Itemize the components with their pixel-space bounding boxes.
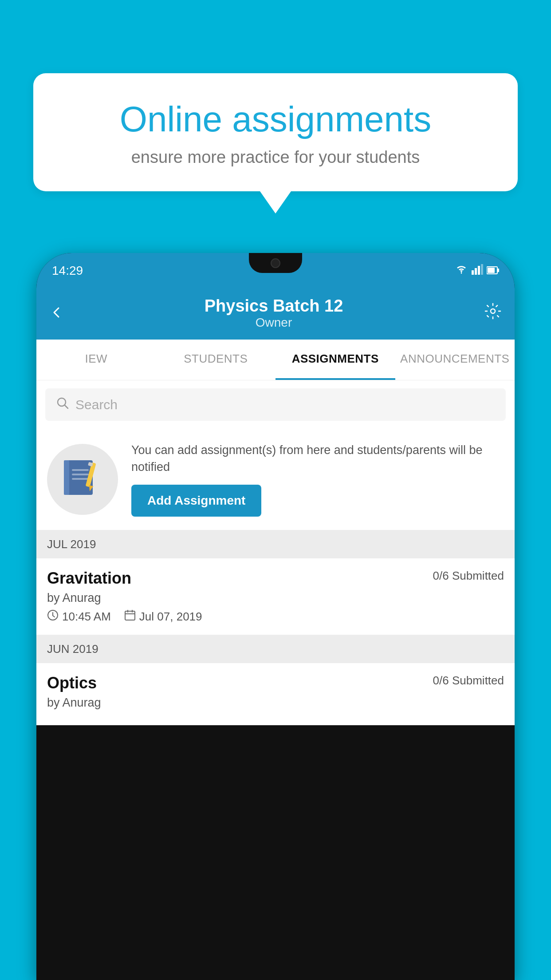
assignment-item-top-optics: Optics 0/6 Submitted (47, 674, 504, 692)
back-button[interactable] (50, 303, 63, 323)
add-assignment-info: You can add assignment(s) from here and … (131, 442, 504, 476)
assignment-name-gravitation: Gravitation (47, 569, 131, 588)
phone-notch (249, 253, 302, 273)
search-bar[interactable]: Search (45, 388, 506, 421)
battery-icon (487, 264, 499, 278)
svg-point-8 (491, 309, 495, 313)
tabs-container: IEW STUDENTS ASSIGNMENTS ANNOUNCEMENTS (36, 340, 515, 380)
clock-icon (47, 609, 59, 624)
section-header-jul: JUL 2019 (36, 530, 515, 558)
svg-rect-11 (64, 460, 69, 495)
search-placeholder: Search (75, 397, 118, 412)
header-title-area: Physics Batch 12 Owner (205, 296, 343, 330)
calendar-icon (124, 609, 136, 624)
status-time: 14:29 (52, 264, 83, 278)
svg-rect-7 (498, 269, 499, 272)
assignment-time-value: 10:45 AM (62, 610, 111, 624)
wifi-icon (455, 264, 468, 278)
tab-students[interactable]: STUDENTS (156, 340, 276, 380)
tab-announcements[interactable]: ANNOUNCEMENTS (395, 340, 515, 380)
speech-bubble-arrow (260, 191, 291, 213)
status-icons (455, 264, 499, 278)
phone-frame: 14:29 (36, 253, 515, 980)
svg-rect-2 (475, 268, 477, 275)
assignment-item-optics[interactable]: Optics 0/6 Submitted by Anurag (36, 663, 515, 725)
add-assignment-right: You can add assignment(s) from here and … (131, 442, 504, 517)
svg-rect-6 (488, 268, 495, 273)
status-bar: 14:29 (36, 253, 515, 288)
assignment-item-gravitation[interactable]: Gravitation 0/6 Submitted by Anurag 10:4… (36, 558, 515, 635)
svg-rect-3 (478, 266, 480, 275)
svg-rect-13 (72, 474, 89, 475)
tab-assignments[interactable]: ASSIGNMENTS (276, 340, 395, 380)
speech-bubble: Online assignments ensure more practice … (33, 73, 518, 191)
settings-icon[interactable] (484, 303, 501, 324)
assignment-meta-gravitation: 10:45 AM Jul 07, 2019 (47, 609, 504, 624)
search-icon (56, 396, 69, 413)
header-subtitle: Owner (205, 316, 343, 330)
speech-bubble-container: Online assignments ensure more practice … (33, 73, 518, 213)
speech-bubble-title: Online assignments (64, 100, 487, 139)
assignment-submitted-optics: 0/6 Submitted (433, 674, 504, 688)
signal-icon (472, 264, 483, 278)
svg-rect-14 (72, 478, 89, 480)
svg-rect-12 (72, 469, 89, 471)
assignment-item-top: Gravitation 0/6 Submitted (47, 569, 504, 588)
assignment-submitted-gravitation: 0/6 Submitted (433, 569, 504, 583)
svg-rect-1 (472, 270, 474, 275)
add-assignment-section: You can add assignment(s) from here and … (36, 429, 515, 530)
notebook-icon (64, 458, 102, 500)
header-title: Physics Batch 12 (205, 296, 343, 316)
add-assignment-button[interactable]: Add Assignment (131, 485, 261, 517)
svg-rect-19 (125, 611, 135, 620)
assignment-time: 10:45 AM (47, 609, 111, 624)
phone-content: Search (36, 380, 515, 725)
assignment-name-optics: Optics (47, 674, 97, 692)
app-header: Physics Batch 12 Owner (36, 288, 515, 340)
svg-rect-4 (481, 264, 483, 275)
tab-overview[interactable]: IEW (36, 340, 156, 380)
phone-camera (271, 258, 280, 268)
svg-marker-0 (461, 272, 462, 273)
assignment-date: Jul 07, 2019 (124, 609, 202, 624)
search-bar-container: Search (36, 380, 515, 429)
speech-bubble-subtitle: ensure more practice for your students (64, 148, 487, 167)
assignment-date-value: Jul 07, 2019 (139, 610, 202, 624)
assignment-icon-circle (47, 444, 118, 515)
assignment-by-optics: by Anurag (47, 696, 504, 710)
assignment-by-gravitation: by Anurag (47, 591, 504, 605)
section-header-jun: JUN 2019 (36, 635, 515, 663)
